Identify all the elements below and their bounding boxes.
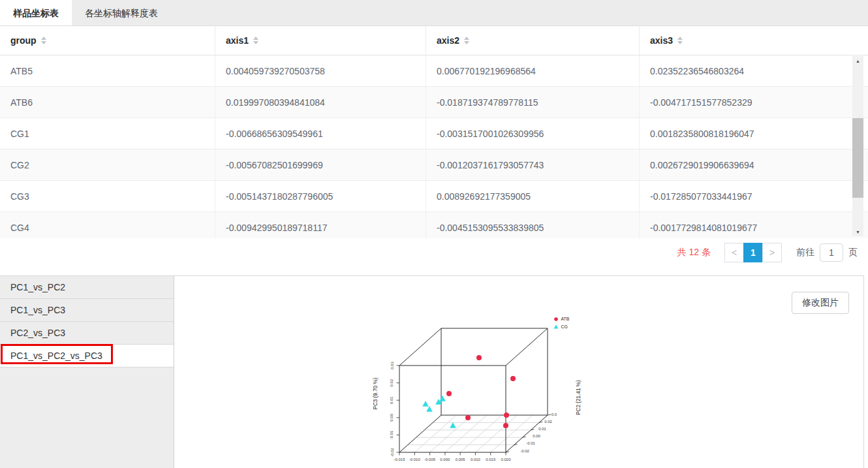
cell-axis1: -0.009429950189718117 — [215, 212, 426, 238]
cell-group: CG4 — [0, 212, 215, 238]
svg-text:0.0: 0.0 — [551, 413, 557, 416]
column-label: axis2 — [437, 35, 459, 46]
svg-text:CG: CG — [561, 324, 568, 329]
svg-text:PC2 (21.41 %): PC2 (21.41 %) — [576, 380, 581, 415]
goto-page-group: 前往 页 — [796, 243, 858, 262]
list-item-pc1-vs-pc2-vs-pc3[interactable]: PC1_vs_PC2_vs_PC3 — [0, 345, 174, 367]
plot-type-list: PC1_vs_PC2 PC1_vs_PC3 PC2_vs_PC3 PC1_vs_… — [0, 276, 174, 468]
sample-coordinates-table: group axis1 axis2 axis3 ATB5 0.004059739… — [0, 26, 868, 238]
column-header-group: group — [0, 26, 215, 55]
svg-text:-0.005: -0.005 — [424, 458, 436, 461]
pca-3d-scatter-plot: -0.015-0.010-0.0050.0000.0050.0100.0150.… — [339, 281, 613, 468]
svg-text:0.020: 0.020 — [501, 458, 511, 461]
plot-section: PC1_vs_PC2 PC1_vs_PC3 PC2_vs_PC3 PC1_vs_… — [0, 275, 864, 468]
cell-axis1: 0.004059739270503758 — [215, 55, 426, 86]
svg-text:0.02: 0.02 — [544, 420, 552, 424]
edit-image-button[interactable]: 修改图片 — [792, 292, 849, 314]
column-header-axis3: axis3 — [640, 26, 852, 55]
top-tabbar: 样品坐标表 各坐标轴解释度表 — [0, 0, 868, 26]
cell-axis3: -0.017285077033441967 — [640, 181, 852, 211]
chevron-left-icon: < — [732, 247, 737, 258]
cell-group: ATB6 — [0, 87, 215, 117]
column-label: axis1 — [226, 35, 249, 46]
table-scrollbar[interactable]: ▲ ▼ — [852, 56, 863, 236]
sort-axis1-icon[interactable] — [253, 37, 258, 44]
cell-group: CG2 — [0, 149, 215, 180]
svg-text:-0.02: -0.02 — [520, 449, 529, 453]
svg-text:PC3 (9.70 %): PC3 (9.70 %) — [373, 377, 379, 409]
table-row: CG3 -0.0051437180287796005 0.00892692177… — [0, 181, 868, 212]
column-header-axis1: axis1 — [215, 26, 426, 55]
goto-page-input[interactable] — [820, 243, 843, 262]
svg-text:0.01: 0.01 — [538, 427, 546, 431]
svg-text:0.00: 0.00 — [390, 413, 394, 421]
svg-text:-0.015: -0.015 — [394, 458, 405, 461]
scroll-down-icon[interactable]: ▼ — [852, 227, 863, 236]
cell-group: CG1 — [0, 118, 215, 149]
pagination: 共 12 条 < 1 > 前往 页 — [0, 241, 868, 264]
svg-text:-0.02: -0.02 — [390, 448, 394, 457]
page-number-button[interactable]: 1 — [743, 243, 763, 262]
svg-text:0.000: 0.000 — [440, 458, 450, 461]
svg-text:0.005: 0.005 — [456, 458, 466, 461]
cell-axis2: -0.0045153095533839805 — [426, 212, 640, 238]
cell-axis3: -0.004717151577852329 — [640, 87, 852, 117]
cell-axis1: -0.00567082501699969 — [215, 149, 426, 180]
list-item-label: PC1_vs_PC2_vs_PC3 — [10, 351, 102, 361]
svg-text:-0.01: -0.01 — [526, 441, 535, 445]
column-label: axis3 — [650, 35, 673, 46]
scroll-up-icon[interactable]: ▲ — [852, 56, 863, 65]
total-count-label: 共 12 条 — [677, 247, 711, 258]
svg-text:-0.010: -0.010 — [409, 458, 421, 461]
plot-panel: 修改图片 -0.015-0.010-0.0050.0000.0050.0100.… — [174, 276, 863, 468]
cell-group: ATB5 — [0, 55, 215, 86]
table-row: CG4 -0.009429950189718117 -0.00451530955… — [0, 212, 868, 238]
page-unit-label: 页 — [848, 247, 858, 258]
scrollbar-thumb[interactable] — [852, 118, 863, 198]
cell-axis1: -0.00668656309549961 — [215, 118, 426, 149]
cell-axis1: 0.019997080394841084 — [215, 87, 426, 117]
goto-label: 前往 — [796, 247, 814, 258]
cell-axis2: -0.018719374789778115 — [426, 87, 640, 117]
cell-axis2: 0.006770192196968564 — [426, 55, 640, 86]
column-label: group — [10, 35, 37, 46]
cell-axis3: 0.02352236546803264 — [640, 55, 852, 86]
page-root: 样品坐标表 各坐标轴解释度表 group axis1 axis2 axis3 — [0, 0, 868, 468]
list-item-pc2-vs-pc3[interactable]: PC2_vs_PC3 — [0, 322, 174, 345]
cell-axis1: -0.0051437180287796005 — [215, 181, 426, 211]
svg-text:0.00: 0.00 — [533, 434, 540, 438]
table-header-row: group axis1 axis2 axis3 — [0, 26, 868, 55]
svg-text:ATB: ATB — [561, 317, 570, 321]
tab-sample-coordinates[interactable]: 样品坐标表 — [0, 0, 72, 25]
list-item-pc1-vs-pc3[interactable]: PC1_vs_PC3 — [0, 299, 174, 322]
tab-axis-explanation[interactable]: 各坐标轴解释度表 — [72, 0, 171, 25]
next-page-button[interactable]: > — [762, 243, 782, 262]
table-row: CG2 -0.00567082501699969 -0.001203716179… — [0, 149, 868, 181]
table-body: ATB5 0.004059739270503758 0.006770192196… — [0, 55, 868, 238]
svg-text:-0.01: -0.01 — [390, 430, 394, 439]
sort-group-icon[interactable] — [41, 37, 46, 44]
chevron-right-icon: > — [769, 247, 775, 258]
svg-text:0.02: 0.02 — [390, 379, 394, 386]
column-header-axis2: axis2 — [426, 26, 640, 55]
cell-axis2: -0.0012037161793057743 — [426, 149, 640, 180]
cell-axis3: -0.0017729814081019677 — [640, 212, 852, 238]
table-row: ATB6 0.019997080394841084 -0.01871937478… — [0, 87, 868, 118]
svg-text:0.015: 0.015 — [486, 458, 496, 461]
svg-text:0.03: 0.03 — [390, 362, 394, 369]
pager-buttons: < 1 > — [725, 243, 782, 262]
svg-text:0.010: 0.010 — [471, 458, 481, 461]
svg-text:0.01: 0.01 — [390, 396, 394, 404]
prev-page-button[interactable]: < — [724, 243, 744, 262]
cell-group: CG3 — [0, 181, 215, 211]
cell-axis2: -0.0031517001026309956 — [426, 118, 640, 149]
sort-axis2-icon[interactable] — [464, 37, 469, 44]
sort-axis3-icon[interactable] — [677, 37, 683, 44]
cell-axis2: 0.00892692177359005 — [426, 181, 640, 211]
cell-axis3: 0.0018235800818196047 — [640, 118, 852, 149]
list-item-pc1-vs-pc2[interactable]: PC1_vs_PC2 — [0, 276, 174, 299]
table-row: ATB5 0.004059739270503758 0.006770192196… — [0, 55, 868, 87]
cell-axis3: 0.0026729019906639694 — [640, 149, 852, 180]
table-row: CG1 -0.00668656309549961 -0.003151700102… — [0, 118, 868, 149]
